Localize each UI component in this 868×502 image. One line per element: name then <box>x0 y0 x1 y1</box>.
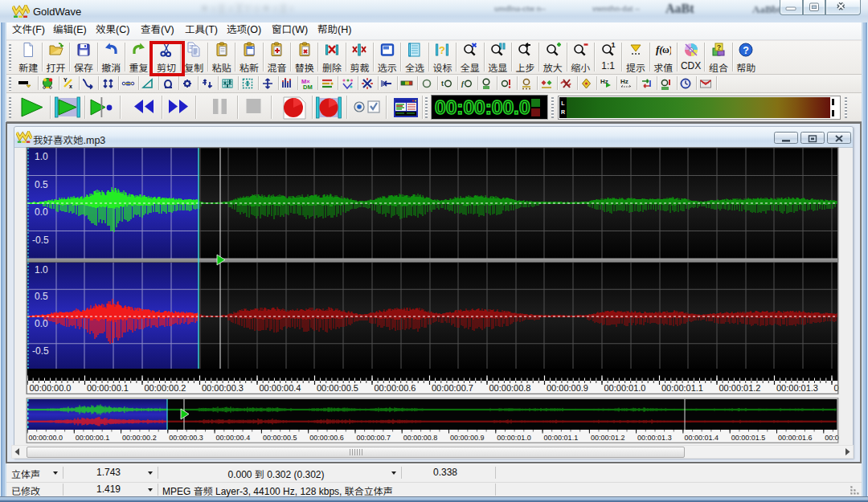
svg-text:?: ? <box>743 45 749 56</box>
svg-text:x: x <box>69 84 72 89</box>
svg-text:00:00:01.2: 00:00:01.2 <box>591 434 625 442</box>
svg-text:1.0: 1.0 <box>35 151 48 162</box>
svg-text:00:00:00.0: 00:00:00.0 <box>29 434 63 442</box>
svg-text:00:00:00.5: 00:00:00.5 <box>317 383 358 393</box>
svg-text:?: ? <box>717 43 722 51</box>
svg-text:00:00:01.0: 00:00:01.0 <box>497 434 531 442</box>
svg-text:0.5: 0.5 <box>35 291 48 302</box>
svg-text:00:00:00.1: 00:00:00.1 <box>76 434 110 442</box>
svg-text:00:00:00.8: 00:00:00.8 <box>489 383 531 393</box>
svg-text:00:00:01.1: 00:00:01.1 <box>661 383 703 393</box>
svg-text:00:00:00.8: 00:00:00.8 <box>403 434 438 442</box>
svg-text:00:00:01.5: 00:00:01.5 <box>731 434 766 442</box>
svg-text:00:00:00.7: 00:00:00.7 <box>432 383 473 393</box>
svg-text:00:00:00.7: 00:00:00.7 <box>357 434 391 442</box>
svg-text:00:00:00.6: 00:00:00.6 <box>375 383 416 393</box>
svg-text:1.0: 1.0 <box>35 264 48 275</box>
svg-text:00:00:00.0: 00:00:00.0 <box>30 383 72 393</box>
svg-text:f: f <box>461 80 465 88</box>
svg-text:00:00:00.6: 00:00:00.6 <box>309 434 344 442</box>
svg-text:0.0: 0.0 <box>35 318 48 329</box>
svg-text:00:00:00.5: 00:00:00.5 <box>263 434 297 442</box>
svg-text:00:00:01.3: 00:00:01.3 <box>776 383 818 393</box>
svg-text:DM: DM <box>303 84 313 90</box>
svg-text:00:00:01.1: 00:00:01.1 <box>544 434 579 442</box>
svg-text:?: ? <box>439 44 445 56</box>
svg-text:00:00:01.0: 00:00:01.0 <box>604 383 646 393</box>
svg-text:00:00:01.6: 00:00:01.6 <box>778 434 813 442</box>
svg-text:00:00:00.9: 00:00:00.9 <box>450 434 485 442</box>
svg-text:Hz: Hz <box>620 78 628 85</box>
svg-text:00:00:00.3: 00:00:00.3 <box>169 434 203 442</box>
svg-text:00:00:01.2: 00:00:01.2 <box>719 383 761 393</box>
svg-text:0.5: 0.5 <box>35 179 48 190</box>
svg-text:00:00:01.3: 00:00:01.3 <box>637 434 672 442</box>
svg-text:00:00:00.4: 00:00:00.4 <box>260 383 301 393</box>
svg-text:00:00:01.4: 00:00:01.4 <box>684 434 719 442</box>
svg-text:00:00:00.3: 00:00:00.3 <box>202 383 244 393</box>
svg-text:00:00:00.9: 00:00:00.9 <box>547 383 588 393</box>
svg-text:00:00:00.1: 00:00:00.1 <box>87 383 129 393</box>
svg-text:ω): ω) <box>662 44 671 55</box>
svg-text:Y: Y <box>63 77 68 83</box>
svg-text:-0.5: -0.5 <box>32 345 49 357</box>
svg-text:00:00:00.2: 00:00:00.2 <box>122 434 157 442</box>
svg-text:1: 1 <box>611 42 615 49</box>
svg-text:-0.5: -0.5 <box>32 235 49 246</box>
svg-text:00:00:00.2: 00:00:00.2 <box>145 383 186 393</box>
svg-text:00:00:00.4: 00:00:00.4 <box>216 434 251 442</box>
svg-text:0.0: 0.0 <box>35 206 48 218</box>
svg-text:00:00:01.7: 00:00:01.7 <box>825 434 839 442</box>
svg-text:t: t <box>441 80 444 88</box>
